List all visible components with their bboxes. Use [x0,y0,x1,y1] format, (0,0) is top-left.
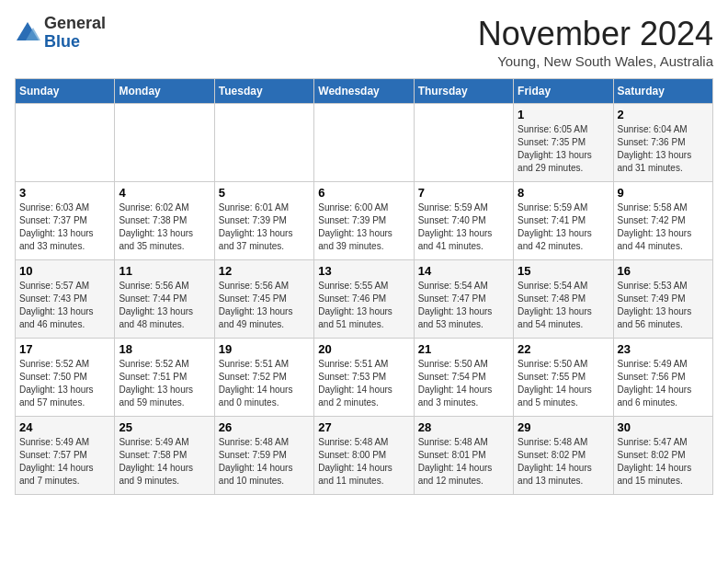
calendar-cell: 27Sunrise: 5:48 AM Sunset: 8:00 PM Dayli… [314,417,414,495]
calendar-cell: 16Sunrise: 5:53 AM Sunset: 7:49 PM Dayli… [613,260,712,339]
calendar-cell: 11Sunrise: 5:56 AM Sunset: 7:44 PM Dayli… [115,260,214,339]
day-info: Sunrise: 5:48 AM Sunset: 8:01 PM Dayligh… [418,436,509,488]
day-info: Sunrise: 5:54 AM Sunset: 7:48 PM Dayligh… [518,280,609,331]
calendar-cell: 23Sunrise: 5:49 AM Sunset: 7:56 PM Dayli… [613,339,712,417]
day-info: Sunrise: 5:48 AM Sunset: 8:00 PM Dayligh… [318,436,409,488]
weekday-wednesday: Wednesday [314,79,414,104]
day-info: Sunrise: 5:52 AM Sunset: 7:50 PM Dayligh… [19,358,110,409]
calendar-cell: 18Sunrise: 5:52 AM Sunset: 7:51 PM Dayli… [115,339,214,417]
day-number: 20 [318,342,409,356]
weekday-saturday: Saturday [613,79,712,104]
calendar-cell: 1Sunrise: 6:05 AM Sunset: 7:35 PM Daylig… [514,104,613,182]
day-number: 8 [518,186,609,200]
calendar-cell: 17Sunrise: 5:52 AM Sunset: 7:50 PM Dayli… [16,339,115,417]
day-info: Sunrise: 5:49 AM Sunset: 7:56 PM Dayligh… [618,358,709,409]
day-info: Sunrise: 5:54 AM Sunset: 7:47 PM Dayligh… [418,280,509,331]
week-row-1: 1Sunrise: 6:05 AM Sunset: 7:35 PM Daylig… [16,104,713,182]
day-number: 2 [618,108,709,121]
day-info: Sunrise: 5:51 AM Sunset: 7:53 PM Dayligh… [318,358,409,409]
day-number: 26 [219,420,310,434]
calendar-cell: 5Sunrise: 6:01 AM Sunset: 7:39 PM Daylig… [214,182,313,260]
day-info: Sunrise: 5:50 AM Sunset: 7:54 PM Dayligh… [418,358,509,409]
weekday-thursday: Thursday [414,79,513,104]
day-info: Sunrise: 5:55 AM Sunset: 7:46 PM Dayligh… [318,280,409,331]
day-info: Sunrise: 5:48 AM Sunset: 7:59 PM Dayligh… [219,436,310,488]
day-number: 24 [19,420,110,434]
calendar-cell: 12Sunrise: 5:56 AM Sunset: 7:45 PM Dayli… [214,260,313,339]
calendar-cell: 9Sunrise: 5:58 AM Sunset: 7:42 PM Daylig… [613,182,712,260]
calendar-cell: 10Sunrise: 5:57 AM Sunset: 7:43 PM Dayli… [16,260,115,339]
day-info: Sunrise: 5:49 AM Sunset: 7:57 PM Dayligh… [19,436,110,488]
day-number: 6 [318,186,409,200]
day-info: Sunrise: 6:05 AM Sunset: 7:35 PM Dayligh… [518,123,609,175]
calendar-cell: 15Sunrise: 5:54 AM Sunset: 7:48 PM Dayli… [514,260,613,339]
calendar-cell: 22Sunrise: 5:50 AM Sunset: 7:55 PM Dayli… [514,339,613,417]
calendar-cell: 13Sunrise: 5:55 AM Sunset: 7:46 PM Dayli… [314,260,414,339]
day-info: Sunrise: 5:56 AM Sunset: 7:44 PM Dayligh… [119,280,210,331]
calendar-cell: 6Sunrise: 6:00 AM Sunset: 7:39 PM Daylig… [314,182,414,260]
calendar-cell: 14Sunrise: 5:54 AM Sunset: 7:47 PM Dayli… [414,260,513,339]
day-number: 11 [119,264,210,278]
day-info: Sunrise: 5:57 AM Sunset: 7:43 PM Dayligh… [19,280,110,331]
week-row-2: 3Sunrise: 6:03 AM Sunset: 7:37 PM Daylig… [16,182,713,260]
calendar-cell [314,104,414,182]
page-header: General Blue November 2024 Young, New So… [15,15,713,69]
calendar-cell: 26Sunrise: 5:48 AM Sunset: 7:59 PM Dayli… [214,417,313,495]
day-number: 28 [418,420,509,434]
day-info: Sunrise: 5:51 AM Sunset: 7:52 PM Dayligh… [219,358,310,409]
day-number: 5 [219,186,310,200]
day-number: 22 [518,342,609,356]
day-number: 23 [618,342,709,356]
day-number: 25 [119,420,210,434]
calendar-cell: 21Sunrise: 5:50 AM Sunset: 7:54 PM Dayli… [414,339,513,417]
day-number: 12 [219,264,310,278]
day-number: 17 [19,342,110,356]
calendar-cell: 19Sunrise: 5:51 AM Sunset: 7:52 PM Dayli… [214,339,313,417]
day-number: 30 [618,420,709,434]
logo-text: General Blue [44,15,106,52]
calendar-table: SundayMondayTuesdayWednesdayThursdayFrid… [15,78,713,495]
calendar-cell [414,104,513,182]
day-number: 4 [119,186,210,200]
day-info: Sunrise: 5:50 AM Sunset: 7:55 PM Dayligh… [518,358,609,409]
calendar-cell [214,104,313,182]
logo: General Blue [15,15,106,52]
weekday-friday: Friday [514,79,613,104]
calendar-cell: 25Sunrise: 5:49 AM Sunset: 7:58 PM Dayli… [115,417,214,495]
calendar-cell: 29Sunrise: 5:48 AM Sunset: 8:02 PM Dayli… [514,417,613,495]
day-number: 16 [618,264,709,278]
calendar-cell: 28Sunrise: 5:48 AM Sunset: 8:01 PM Dayli… [414,417,513,495]
calendar-cell: 8Sunrise: 5:59 AM Sunset: 7:41 PM Daylig… [514,182,613,260]
day-info: Sunrise: 5:47 AM Sunset: 8:02 PM Dayligh… [618,436,709,488]
calendar-cell: 7Sunrise: 5:59 AM Sunset: 7:40 PM Daylig… [414,182,513,260]
day-info: Sunrise: 5:59 AM Sunset: 7:41 PM Dayligh… [518,201,609,253]
calendar-body: 1Sunrise: 6:05 AM Sunset: 7:35 PM Daylig… [16,104,713,495]
day-number: 15 [518,264,609,278]
day-number: 7 [418,186,509,200]
calendar-cell: 24Sunrise: 5:49 AM Sunset: 7:57 PM Dayli… [16,417,115,495]
day-number: 10 [19,264,110,278]
calendar-cell: 3Sunrise: 6:03 AM Sunset: 7:37 PM Daylig… [16,182,115,260]
calendar-cell [16,104,115,182]
day-number: 19 [219,342,310,356]
weekday-row: SundayMondayTuesdayWednesdayThursdayFrid… [16,79,713,104]
week-row-4: 17Sunrise: 5:52 AM Sunset: 7:50 PM Dayli… [16,339,713,417]
calendar-cell: 2Sunrise: 6:04 AM Sunset: 7:36 PM Daylig… [613,104,712,182]
day-info: Sunrise: 6:02 AM Sunset: 7:38 PM Dayligh… [119,201,210,253]
weekday-monday: Monday [115,79,214,104]
day-info: Sunrise: 5:53 AM Sunset: 7:49 PM Dayligh… [618,280,709,331]
day-number: 18 [119,342,210,356]
calendar-cell: 30Sunrise: 5:47 AM Sunset: 8:02 PM Dayli… [613,417,712,495]
day-info: Sunrise: 5:49 AM Sunset: 7:58 PM Dayligh… [119,436,210,488]
day-info: Sunrise: 6:03 AM Sunset: 7:37 PM Dayligh… [19,201,110,253]
month-title: November 2024 [478,15,713,53]
day-number: 14 [418,264,509,278]
location: Young, New South Wales, Australia [478,53,713,69]
day-info: Sunrise: 5:52 AM Sunset: 7:51 PM Dayligh… [119,358,210,409]
day-info: Sunrise: 6:01 AM Sunset: 7:39 PM Dayligh… [219,201,310,253]
day-number: 1 [518,108,609,121]
day-number: 21 [418,342,509,356]
logo-icon [15,20,40,46]
day-number: 27 [318,420,409,434]
day-info: Sunrise: 5:56 AM Sunset: 7:45 PM Dayligh… [219,280,310,331]
